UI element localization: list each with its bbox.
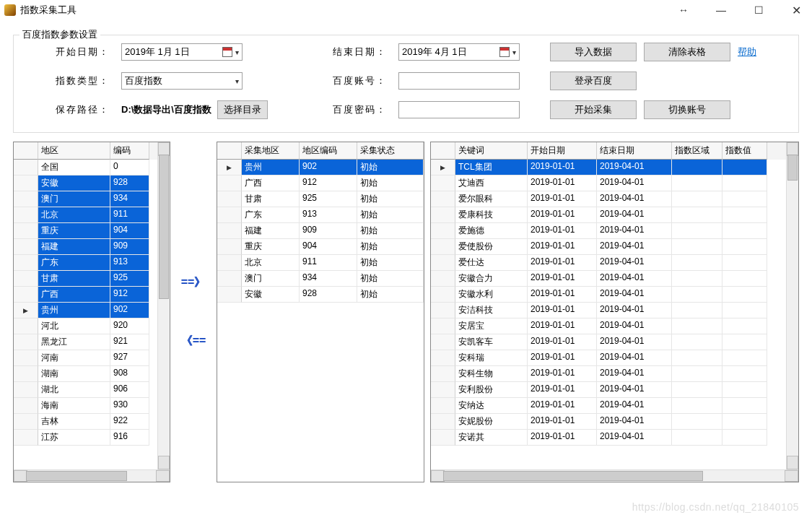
row-header [431, 350, 455, 366]
row-header [431, 366, 455, 382]
col-header-region-code[interactable]: 地区编码 [300, 142, 357, 160]
table-row[interactable]: 广西912 [14, 287, 157, 303]
col-header-collect-region[interactable]: 采集地区 [242, 142, 300, 160]
table-row[interactable]: 湖北906 [14, 382, 157, 398]
table-row[interactable]: 甘肃925 [14, 271, 157, 287]
table-row[interactable]: 安科瑞2019-01-012019-04-01 [431, 350, 786, 366]
cell-start-date: 2019-01-01 [528, 318, 597, 334]
table-row[interactable]: 湖南908 [14, 366, 157, 382]
cell-region: 广东 [38, 255, 110, 271]
table-row[interactable]: 江苏916 [14, 430, 157, 446]
collect-region-table[interactable]: 采集地区 地区编码 采集状态 贵州902初始广西912初始甘肃925初始广东91… [217, 142, 424, 482]
cell-region: 安徽 [38, 176, 110, 191]
row-header [14, 223, 38, 239]
cell-region: 安徽 [242, 287, 300, 303]
close-button[interactable]: ✕ [787, 4, 805, 17]
table-row[interactable]: 澳门934 [14, 191, 157, 207]
horizontal-scrollbar[interactable] [431, 469, 798, 482]
row-header [14, 398, 38, 414]
table-row[interactable]: 甘肃925初始 [217, 191, 424, 207]
keyword-table[interactable]: 关键词 开始日期 结束日期 指数区域 指数值 TCL集团2019-01-0120… [430, 142, 799, 482]
vertical-scrollbar[interactable] [786, 142, 798, 469]
baidu-account-input[interactable] [398, 72, 520, 90]
row-header [14, 303, 38, 318]
col-header-region[interactable]: 地区 [38, 142, 110, 160]
col-header-end-date[interactable]: 结束日期 [597, 142, 672, 160]
table-row[interactable]: 安徽928 [14, 176, 157, 191]
col-header-start-date[interactable]: 开始日期 [528, 142, 597, 160]
table-row[interactable]: 海南930 [14, 398, 157, 414]
start-date-picker[interactable]: 2019年 1月 1日 ▾ [121, 43, 243, 61]
table-row[interactable]: 爱康科技2019-01-012019-04-01 [431, 207, 786, 223]
table-row[interactable]: 吉林922 [14, 414, 157, 430]
table-row[interactable]: 广东913 [14, 255, 157, 271]
table-row[interactable]: 安凯客车2019-01-012019-04-01 [431, 334, 786, 350]
table-row[interactable]: 艾迪西2019-01-012019-04-01 [431, 176, 786, 191]
table-row[interactable]: 安纳达2019-01-012019-04-01 [431, 398, 786, 414]
login-baidu-button[interactable]: 登录百度 [550, 72, 637, 90]
table-row[interactable]: 重庆904初始 [217, 239, 424, 255]
table-row[interactable]: 福建909 [14, 239, 157, 255]
col-header-collect-status[interactable]: 采集状态 [357, 142, 424, 160]
table-row[interactable]: 安诺其2019-01-012019-04-01 [431, 430, 786, 446]
resize-handle-icon[interactable]: ↔ [675, 4, 692, 16]
table-row[interactable]: 安科生物2019-01-012019-04-01 [431, 366, 786, 382]
table-row[interactable]: 安利股份2019-01-012019-04-01 [431, 382, 786, 398]
col-header-index-value[interactable]: 指数值 [722, 142, 767, 160]
table-row[interactable]: 爱尔眼科2019-01-012019-04-01 [431, 191, 786, 207]
cell-index-area [672, 366, 722, 382]
minimize-button[interactable]: — [712, 4, 730, 16]
col-header-index-area[interactable]: 指数区域 [672, 142, 722, 160]
cell-end-date: 2019-04-01 [597, 334, 672, 350]
cell-region: 重庆 [242, 239, 300, 255]
table-row[interactable]: 安居宝2019-01-012019-04-01 [431, 318, 786, 334]
table-row[interactable]: 安妮股份2019-01-012019-04-01 [431, 414, 786, 430]
clear-table-button[interactable]: 清除表格 [644, 43, 730, 61]
switch-account-button[interactable]: 切换账号 [644, 100, 730, 119]
table-row[interactable]: 北京911 [14, 207, 157, 223]
col-header-keyword[interactable]: 关键词 [455, 142, 528, 160]
index-type-combobox[interactable]: 百度指数 ▾ [121, 72, 243, 90]
horizontal-scrollbar[interactable] [14, 469, 170, 482]
cell-code: 912 [110, 287, 149, 303]
table-row[interactable]: 贵州902 [14, 303, 157, 318]
table-row[interactable]: 澳门934初始 [217, 271, 424, 287]
table-row[interactable]: 爱施德2019-01-012019-04-01 [431, 223, 786, 239]
table-row[interactable]: 河南927 [14, 350, 157, 366]
vertical-scrollbar[interactable] [157, 142, 170, 469]
table-row[interactable]: 福建909初始 [217, 223, 424, 239]
start-collect-button[interactable]: 开始采集 [550, 100, 637, 119]
baidu-password-input[interactable] [398, 101, 520, 118]
cell-start-date: 2019-01-01 [528, 255, 597, 271]
import-button[interactable]: 导入数据 [550, 43, 637, 61]
table-row[interactable]: 广东913初始 [217, 207, 424, 223]
help-link[interactable]: 帮助 [738, 46, 781, 58]
table-row[interactable]: 广西912初始 [217, 176, 424, 191]
region-table[interactable]: 地区 编码 全国0安徽928澳门934北京911重庆904福建909广东913甘… [13, 142, 170, 482]
move-left-button[interactable]: 《== [181, 334, 206, 349]
table-row[interactable]: 黑龙江921 [14, 334, 157, 350]
table-row[interactable]: 安徽水利2019-01-012019-04-01 [431, 287, 786, 303]
table-row[interactable]: 爱仕达2019-01-012019-04-01 [431, 255, 786, 271]
col-header-code[interactable]: 编码 [110, 142, 149, 160]
cell-end-date: 2019-04-01 [597, 287, 672, 303]
table-row[interactable]: 安徽928初始 [217, 287, 424, 303]
cell-code: 913 [300, 207, 357, 223]
maximize-button[interactable]: ☐ [750, 4, 767, 16]
move-right-button[interactable]: ==》 [181, 275, 206, 290]
cell-start-date: 2019-01-01 [528, 223, 597, 239]
row-header [431, 255, 455, 271]
choose-dir-button[interactable]: 选择目录 [217, 100, 268, 119]
table-row[interactable]: TCL集团2019-01-012019-04-01 [431, 160, 786, 176]
table-row[interactable]: 重庆904 [14, 223, 157, 239]
table-row[interactable]: 贵州902初始 [217, 160, 424, 176]
table-row[interactable]: 北京911初始 [217, 255, 424, 271]
cell-keyword: 爱康科技 [455, 207, 528, 223]
cell-index-value [722, 207, 767, 223]
table-row[interactable]: 爱使股份2019-01-012019-04-01 [431, 239, 786, 255]
table-row[interactable]: 河北920 [14, 318, 157, 334]
table-row[interactable]: 安徽合力2019-01-012019-04-01 [431, 271, 786, 287]
table-row[interactable]: 全国0 [14, 160, 157, 176]
table-row[interactable]: 安洁科技2019-01-012019-04-01 [431, 303, 786, 318]
end-date-picker[interactable]: 2019年 4月 1日 ▾ [398, 43, 520, 61]
